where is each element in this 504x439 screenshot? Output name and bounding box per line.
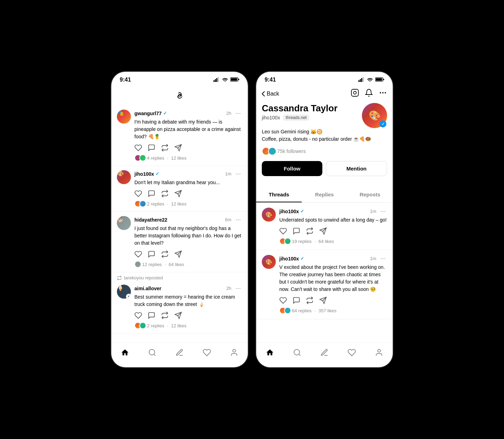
post-username-hidaya: hidayathere22 xyxy=(134,217,167,223)
post-header-jiho: 🎨 jiho100x ✓ 1m ··· Don't xyxy=(117,170,242,186)
nav-profile-btn-profile[interactable] xyxy=(371,347,387,360)
comment-btn-gwangurl[interactable] xyxy=(148,144,155,152)
wifi-icon-profile xyxy=(367,77,373,83)
profile-post-text-2: V excited about the project I've been wo… xyxy=(279,264,387,293)
comment-btn-p1[interactable] xyxy=(293,227,300,235)
profile-header-bar: Back xyxy=(256,86,393,103)
svg-line-16 xyxy=(154,354,155,356)
status-time-feed: 9:41 xyxy=(120,77,131,83)
share-btn-aimi[interactable] xyxy=(174,312,182,319)
avatar-jiho[interactable]: 🎨 xyxy=(117,170,131,184)
repost-btn-hidaya[interactable] xyxy=(161,250,169,258)
back-chevron-icon xyxy=(262,91,265,97)
bell-btn[interactable] xyxy=(365,89,373,99)
share-btn-jiho[interactable] xyxy=(174,190,182,197)
feed-content: 🎭 gwangurl77 ✓ 2h ··· I'm xyxy=(111,105,248,342)
more-btn-gwangurl[interactable]: ··· xyxy=(234,110,242,117)
post-time-hidaya: 6m xyxy=(225,217,231,222)
profile-domain: threads.net xyxy=(283,114,309,121)
threads-logo xyxy=(173,89,186,101)
nav-search-btn[interactable] xyxy=(144,347,161,360)
svg-rect-3 xyxy=(218,77,219,82)
share-btn-p1[interactable] xyxy=(319,227,327,235)
svg-point-17 xyxy=(233,349,236,352)
comment-btn-p2[interactable] xyxy=(293,297,300,304)
nav-compose-btn-profile[interactable] xyxy=(316,347,333,360)
profile-post-avatar-2[interactable]: 🎨 xyxy=(262,255,276,269)
repost-label: tarekoyou reposted xyxy=(111,272,248,280)
battery-icon xyxy=(230,77,239,83)
tab-threads[interactable]: Threads xyxy=(256,187,302,202)
more-btn-p1[interactable]: ··· xyxy=(379,208,387,215)
svg-rect-6 xyxy=(238,79,239,80)
post-meta-aimi: aimi.allover 2h ··· Best summer memory =… xyxy=(134,285,242,308)
profile-name: Cassandra Taylor xyxy=(262,103,337,114)
profile-info: Cassandra Taylor jiho100x threads.net 🎨 … xyxy=(256,103,393,187)
comment-btn-jiho[interactable] xyxy=(148,190,155,197)
like-btn-p2[interactable] xyxy=(279,297,287,304)
back-button[interactable]: Back xyxy=(262,91,279,97)
bottom-nav-feed xyxy=(111,342,248,367)
post-header-hidaya: 🐕 hidayathere22 6m ··· I just found out … xyxy=(117,216,242,247)
svg-rect-20 xyxy=(361,78,362,82)
header-icons xyxy=(351,89,387,99)
svg-line-35 xyxy=(299,354,300,356)
nav-activity-btn-profile[interactable] xyxy=(343,347,360,360)
tab-replies[interactable]: Replies xyxy=(302,187,347,202)
mention-button[interactable]: Mention xyxy=(326,161,387,176)
repost-btn-p1[interactable] xyxy=(306,227,314,235)
svg-point-27 xyxy=(383,92,383,93)
avatar-hidaya[interactable]: 🐕 xyxy=(117,216,131,230)
avatar-gwangurl[interactable]: 🎭 xyxy=(117,110,131,124)
nav-home-btn-profile[interactable] xyxy=(261,347,278,360)
share-btn-gwangurl[interactable] xyxy=(174,144,182,152)
svg-rect-5 xyxy=(231,78,237,81)
nav-activity-btn[interactable] xyxy=(198,347,215,360)
post-stats-gwangurl: 4 replies · 12 likes xyxy=(134,154,242,161)
like-btn-gwangurl[interactable] xyxy=(134,144,142,152)
more-btn-aimi[interactable]: ··· xyxy=(234,285,242,292)
like-btn-hidaya[interactable] xyxy=(134,250,142,258)
repost-btn-jiho[interactable] xyxy=(161,190,169,197)
more-btn-jiho[interactable]: ··· xyxy=(234,170,242,177)
nav-compose-btn[interactable] xyxy=(171,347,188,360)
nav-profile-btn[interactable] xyxy=(226,347,243,360)
comment-btn-aimi[interactable] xyxy=(148,312,155,319)
status-icons-feed xyxy=(214,77,239,83)
repost-btn-aimi[interactable] xyxy=(161,312,169,319)
like-btn-aimi[interactable] xyxy=(134,312,142,319)
nav-search-btn-profile[interactable] xyxy=(289,347,306,360)
post-jiho-reply: 🎨 jiho100x ✓ 1m ··· Don't xyxy=(111,166,248,212)
like-btn-p1[interactable] xyxy=(279,227,287,235)
avatar-aimi[interactable]: 🍦 + xyxy=(117,285,131,299)
more-btn-profile[interactable] xyxy=(379,89,387,99)
avatar-plus-icon: + xyxy=(126,294,131,299)
share-btn-hidaya[interactable] xyxy=(174,250,182,258)
svg-point-15 xyxy=(149,349,155,355)
post-actions-p1 xyxy=(279,227,387,235)
post-header-gwangurl: 🎭 gwangurl77 ✓ 2h ··· I'm xyxy=(117,110,242,140)
status-icons-profile xyxy=(358,77,384,83)
repost-btn-gwangurl[interactable] xyxy=(161,144,169,152)
repost-btn-p2[interactable] xyxy=(306,297,314,304)
profile-post-avatar-1[interactable]: 🎨 xyxy=(262,208,276,222)
post-actions-aimi xyxy=(134,312,242,319)
post-meta-gwangurl: gwangurl77 ✓ 2h ··· I'm having a debate … xyxy=(134,110,242,140)
instagram-btn[interactable] xyxy=(351,89,359,99)
phone-feed: 9:41 xyxy=(111,72,248,367)
svg-rect-0 xyxy=(214,80,215,82)
post-username-gwangurl: gwangurl77 ✓ xyxy=(134,111,167,116)
tab-reposts[interactable]: Reposts xyxy=(347,187,393,202)
more-btn-hidaya[interactable]: ··· xyxy=(234,216,242,223)
share-btn-p2[interactable] xyxy=(319,297,327,304)
profile-post-header-2: 🎨 jiho100x ✓ 1m ··· V exci xyxy=(262,255,387,293)
like-btn-jiho[interactable] xyxy=(134,190,142,197)
follow-button[interactable]: Follow xyxy=(262,161,322,176)
post-time-gwangurl: 2h xyxy=(226,111,231,116)
post-stats-p2: 64 replies · 357 likes xyxy=(279,307,387,314)
nav-home-btn[interactable] xyxy=(117,347,133,360)
post-stats-p1: 19 replies · 64 likes xyxy=(279,238,387,245)
post-actions-jiho xyxy=(134,190,242,197)
more-btn-p2[interactable]: ··· xyxy=(379,255,387,262)
comment-btn-hidaya[interactable] xyxy=(148,250,155,258)
